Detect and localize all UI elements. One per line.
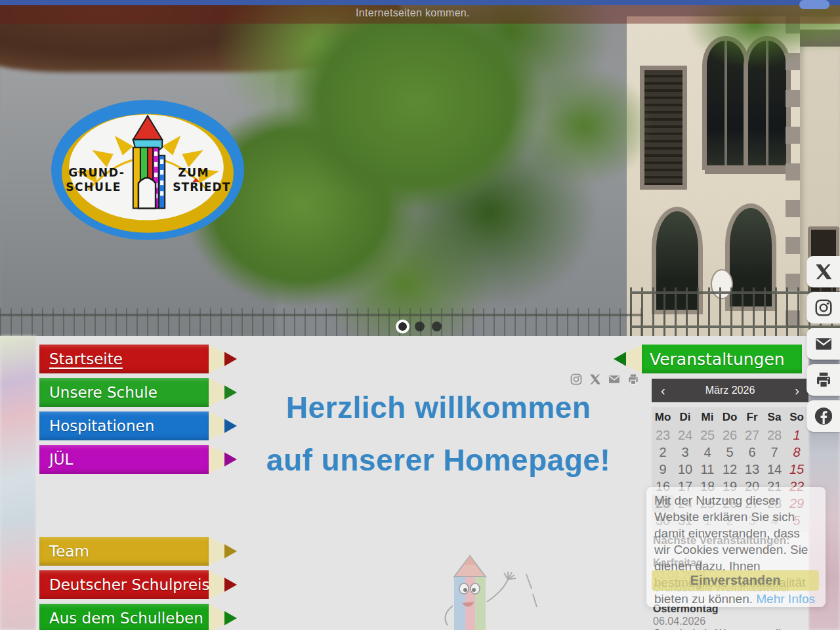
calendar-day[interactable]: 27	[741, 427, 763, 444]
logo-text-zum: ZUM	[178, 166, 209, 179]
social-button-mail[interactable]	[807, 328, 840, 360]
top-scrollbar-thumb[interactable]	[799, 0, 830, 9]
x-icon[interactable]	[589, 373, 602, 386]
cookie-accept-button[interactable]: Einverstanden	[652, 570, 819, 591]
calendar-dayname: Sa	[763, 408, 786, 427]
share-toolbar	[570, 373, 640, 386]
welcome-heading-line1: Herzlich willkommen	[228, 390, 648, 425]
calendar-day[interactable]: 7	[763, 444, 786, 461]
x-icon	[814, 262, 833, 282]
calendar-day[interactable]: 23	[652, 427, 674, 444]
social-button-instagram[interactable]	[807, 292, 840, 324]
calendar-header: ‹ März 2026 ›	[652, 379, 808, 402]
calendar-month-label: März 2026	[705, 385, 755, 396]
calendar-next-button[interactable]: ›	[795, 379, 799, 402]
calendar-day[interactable]: 15	[786, 461, 808, 478]
logo-text-striedt: STRIEDT	[173, 180, 230, 194]
main-navigation: StartseiteUnsere SchuleHospitationenJÜLT…	[39, 345, 243, 630]
calendar-day[interactable]: 6	[741, 444, 763, 461]
top-notice-text: Internetseiten kommen.	[356, 7, 470, 19]
calendar-dayname: So	[786, 408, 808, 427]
calendar-day[interactable]: 9	[652, 461, 674, 478]
calendar-dayname: Di	[674, 408, 696, 427]
pencil-tip	[209, 570, 237, 599]
top-bar	[0, 0, 840, 5]
calendar-day[interactable]: 1	[786, 427, 808, 444]
calendar-day[interactable]: 26	[719, 427, 741, 444]
event-date: 06.04.2026	[653, 615, 808, 627]
calendar-dayname: Mi	[696, 408, 719, 427]
logo-text-schule: SCHULE	[66, 180, 121, 194]
calendar-day[interactable]: 24	[674, 427, 696, 444]
fence	[0, 308, 643, 336]
background-photo-left	[0, 336, 36, 630]
nav-item-startseite[interactable]: Startseite	[39, 345, 243, 373]
print-icon	[814, 370, 833, 390]
calendar-day[interactable]: 4	[696, 444, 719, 461]
instagram-icon[interactable]	[570, 373, 583, 386]
events-panel-header[interactable]: Veranstaltungen	[614, 345, 802, 373]
events-panel-title: Veranstaltungen	[650, 350, 785, 369]
calendar-day[interactable]: 13	[741, 461, 763, 478]
mail-icon[interactable]	[608, 373, 621, 386]
nav-item-deutscher-schulpreis-2025[interactable]: Deutscher Schulpreis 2025	[39, 570, 243, 599]
pencil-tip	[209, 604, 237, 630]
instagram-icon	[814, 298, 833, 318]
calendar-day[interactable]: 28	[763, 427, 786, 444]
calendar-day[interactable]: 11	[696, 461, 719, 478]
school-logo[interactable]: GRUND- SCHULE ZUM STRIEDT	[50, 98, 245, 242]
pencil-tip	[209, 345, 237, 373]
cookie-banner: Mit der Nutzung dieser Website erklären …	[646, 487, 826, 607]
nav-item-j-l[interactable]: JÜL	[39, 445, 243, 474]
facebook-icon	[814, 406, 833, 426]
calendar-day[interactable]: 8	[786, 444, 808, 461]
pencil-tip	[209, 537, 237, 566]
nav-item-unsere-schule[interactable]: Unsere Schule	[39, 378, 243, 407]
welcome-heading-line2: auf unserer Homepage!	[228, 442, 648, 478]
carousel-dot-1[interactable]	[396, 320, 410, 333]
calendar-dayname: Mo	[652, 408, 674, 427]
welcome-heading: Herzlich willkommen auf unserer Homepage…	[228, 390, 648, 478]
calendar-day[interactable]: 25	[696, 427, 719, 444]
calendar-dayname: Fr	[741, 408, 763, 427]
social-button-print[interactable]	[807, 364, 840, 396]
calendar-dayname: Do	[719, 408, 741, 427]
social-sidebar	[807, 256, 840, 432]
nav-item-hospitationen[interactable]: Hospitationen	[39, 411, 243, 440]
calendar-day[interactable]: 2	[652, 444, 674, 461]
social-button-x[interactable]	[807, 256, 840, 287]
carousel-dot-2[interactable]	[415, 322, 425, 331]
calendar-prev-button[interactable]: ‹	[661, 379, 665, 402]
pencil-mascot	[387, 555, 551, 630]
calendar-day[interactable]: 3	[674, 444, 696, 461]
calendar-day[interactable]: 5	[719, 444, 741, 461]
pencil-tip-left	[614, 345, 642, 373]
event-location: Grundschule Wemmtesweiler	[653, 627, 808, 630]
mail-icon	[814, 334, 833, 354]
calendar-day[interactable]: 14	[763, 461, 786, 478]
top-notice-strip: Internetseiten kommen.	[0, 5, 840, 24]
nav-item-aus-dem-schulleben[interactable]: Aus dem Schulleben	[39, 604, 243, 630]
carousel-dots	[398, 322, 442, 331]
calendar-day[interactable]: 10	[674, 461, 696, 478]
carousel-dot-3[interactable]	[432, 322, 442, 331]
nav-item-team[interactable]: Team	[39, 537, 243, 566]
social-button-facebook[interactable]	[807, 400, 840, 432]
logo-text-grund: GRUND-	[68, 166, 125, 179]
calendar-day[interactable]: 12	[719, 461, 741, 478]
cookie-more-info-link[interactable]: Mehr Infos	[756, 592, 815, 606]
print-icon[interactable]	[627, 373, 640, 386]
